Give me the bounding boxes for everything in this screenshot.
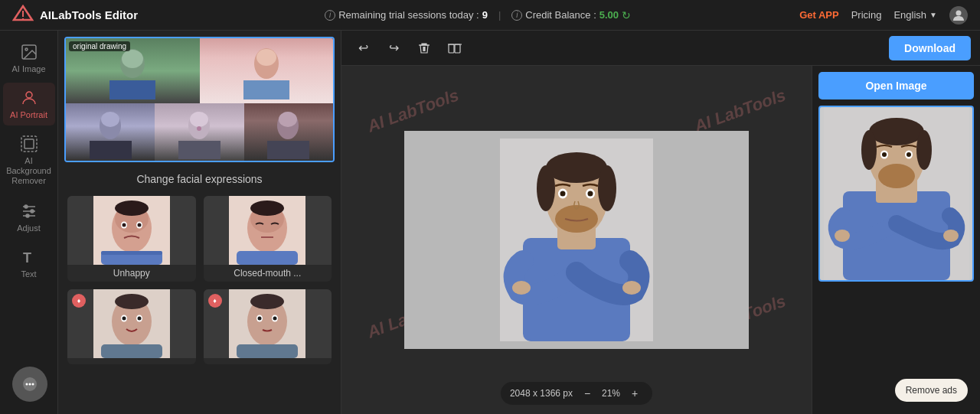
svg-point-78	[537, 165, 555, 211]
svg-point-88	[882, 152, 887, 157]
preview-row2	[66, 103, 333, 161]
header-center: i Remaining trial sessions today : 9 | i…	[156, 9, 799, 21]
expression-card-premium-1[interactable]: ♦	[67, 289, 196, 364]
download-button[interactable]: Download	[889, 36, 971, 60]
pricing-link[interactable]: Pricing	[851, 9, 882, 21]
image-dimensions: 2048 x 1366 px	[510, 388, 573, 399]
svg-rect-7	[21, 136, 37, 152]
expression-img-premium-2: ♦	[204, 289, 332, 358]
svg-point-58	[250, 294, 284, 309]
svg-point-12	[24, 205, 28, 208]
svg-point-94	[835, 230, 850, 242]
face-svg-3	[90, 106, 132, 159]
sidebar-item-ai-portrait[interactable]: AI Portrait	[3, 83, 55, 126]
unhappy-face-svg	[93, 196, 170, 265]
premium-badge-2: ♦	[208, 294, 222, 308]
portrait-icon	[20, 89, 38, 107]
sidebar-label-bg-remover: AI Background Remover	[6, 156, 52, 187]
premium-badge-1: ♦	[72, 294, 86, 308]
expression-cards-grid: Unhappy	[58, 190, 341, 370]
chat-bubble[interactable]	[12, 367, 47, 402]
svg-rect-31	[267, 141, 309, 159]
svg-point-86	[878, 164, 915, 188]
svg-point-80	[512, 281, 531, 295]
undo-button[interactable]: ↩	[351, 36, 375, 60]
sidebar-item-bg-remover[interactable]: AI Background Remover	[3, 129, 55, 193]
zoom-controls: 2048 x 1366 px − 21% +	[501, 382, 652, 405]
expression-img-closed-mouth	[204, 196, 332, 265]
svg-point-2	[22, 18, 24, 19]
original-drawing-label: original drawing	[69, 41, 130, 51]
svg-point-54	[137, 317, 141, 321]
svg-rect-8	[24, 139, 34, 148]
logo-area: AILabTools Editor	[12, 5, 138, 26]
expression-card-premium-2[interactable]: ♦	[204, 289, 332, 364]
svg-point-79	[598, 165, 616, 211]
preview-cell-2	[200, 38, 334, 103]
svg-point-6	[26, 92, 32, 98]
credit-label: Credit Balance :	[525, 9, 596, 21]
remove-ads-button[interactable]: Remove ads	[895, 379, 968, 402]
svg-point-74	[560, 191, 566, 197]
sidebar-item-text[interactable]: T Text	[3, 242, 55, 285]
left-sidebar: AI Image AI Portrait AI Background Remov…	[0, 31, 58, 414]
svg-rect-24	[90, 141, 132, 159]
original-drawing-grid: original drawing	[64, 37, 335, 162]
premium-face-svg-2	[229, 289, 305, 358]
chevron-down-icon: ▼	[929, 11, 937, 19]
redo-button[interactable]: ↪	[381, 36, 406, 60]
delete-button[interactable]	[412, 36, 436, 60]
credit-value: 5.00	[599, 9, 619, 21]
watermark-tl: AI LabTools	[364, 85, 461, 136]
sidebar-item-adjust[interactable]: Adjust	[3, 196, 55, 239]
image-icon	[20, 43, 38, 61]
top-preview-grid	[66, 38, 333, 161]
svg-point-20	[256, 49, 276, 66]
zoom-out-button[interactable]: −	[579, 385, 596, 402]
sidebar-item-ai-image[interactable]: AI Image	[3, 37, 55, 80]
logo-title: AILabTools Editor	[40, 8, 138, 21]
man-photo-svg	[500, 139, 653, 341]
language-label: English	[893, 9, 926, 21]
sidebar-label-adjust: Adjust	[17, 223, 41, 233]
expression-label-unhappy: Unhappy	[67, 265, 196, 282]
adjust-icon	[20, 202, 38, 220]
svg-rect-65	[449, 44, 454, 53]
svg-point-95	[943, 230, 959, 242]
sidebar-label-text: Text	[21, 269, 36, 279]
svg-point-3	[956, 10, 962, 15]
premium-face-svg-1	[93, 289, 170, 358]
svg-point-35	[115, 200, 149, 216]
chat-icon	[21, 376, 38, 393]
get-app-link[interactable]: Get APP	[799, 9, 839, 21]
svg-point-77	[546, 152, 607, 183]
canvas-area: AI LabTools AI LabTools AI LabTools AI L…	[341, 66, 812, 414]
svg-rect-55	[101, 344, 162, 358]
expression-label-closed-mouth: Closed-mouth ...	[204, 265, 332, 282]
svg-point-39	[137, 223, 141, 227]
zoom-in-button[interactable]: +	[626, 385, 643, 402]
svg-point-30	[279, 112, 297, 127]
svg-rect-41	[101, 251, 162, 255]
language-selector[interactable]: English ▼	[893, 9, 937, 21]
svg-point-90	[906, 152, 911, 157]
trial-label: Remaining trial sessions today :	[338, 9, 479, 21]
svg-point-92	[861, 130, 877, 170]
svg-point-93	[916, 130, 932, 170]
credit-info-icon: i	[511, 10, 522, 21]
svg-point-97	[26, 383, 28, 386]
expression-card-closed-mouth[interactable]: Closed-mouth ...	[204, 196, 332, 282]
main-canvas	[404, 131, 749, 349]
result-preview	[818, 106, 974, 282]
user-avatar[interactable]	[949, 6, 968, 24]
expressions-panel: original drawing	[58, 31, 341, 414]
main-area: AI Image AI Portrait AI Background Remov…	[0, 31, 980, 414]
refresh-icon[interactable]: ↻	[622, 9, 631, 21]
right-panel: Open Image	[812, 66, 980, 414]
open-image-button[interactable]: Open Image	[818, 72, 974, 99]
svg-point-62	[273, 317, 277, 321]
svg-point-76	[588, 191, 593, 197]
svg-rect-66	[455, 44, 460, 53]
delete-all-button[interactable]	[443, 36, 467, 60]
expression-card-unhappy[interactable]: Unhappy	[67, 196, 196, 282]
